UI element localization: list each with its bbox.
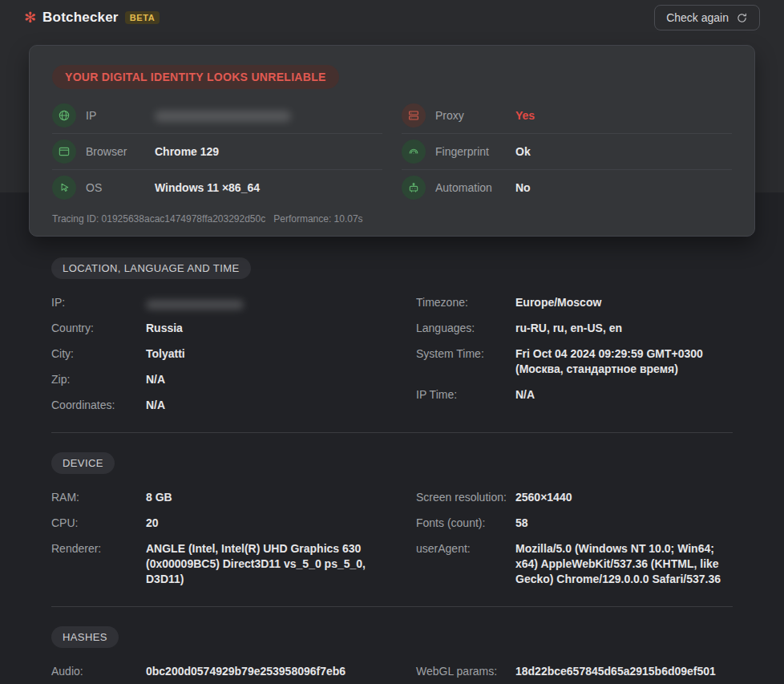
section-title-hashes: HASHES: [51, 626, 119, 648]
section-title-device: DEVICE: [51, 452, 115, 474]
row-fonts-count: Fonts (count): 58: [416, 516, 733, 531]
row-audio-hash: Audio: 0bc200d0574929b79e253958096f7eb6: [51, 664, 368, 679]
value-renderer: ANGLE (Intel, Intel(R) UHD Graphics 630 …: [146, 541, 368, 587]
value-user-agent: Mozilla/5.0 (Windows NT 10.0; Win64; x64…: [515, 541, 733, 587]
summary-row-ip: IP: [52, 97, 382, 133]
row-timezone: Timezone: Europe/Moscow: [416, 295, 733, 310]
summary-row-browser: Browser Chrome 129: [52, 133, 382, 169]
label-audio-hash: Audio:: [51, 664, 146, 679]
summary-grid: IP Browser Chrome 129: [52, 97, 732, 205]
label-ram: RAM:: [51, 490, 146, 505]
summary-label-os: OS: [86, 181, 145, 194]
section-divider: [51, 432, 733, 433]
summary-row-fingerprint: Fingerprint Ok: [402, 133, 732, 169]
cursor-icon: [52, 176, 76, 200]
globe-icon: [52, 103, 76, 127]
summary-label-automation: Automation: [435, 181, 506, 194]
row-zip: Zip: N/A: [51, 372, 368, 387]
value-webgl-params: 18d22bce657845d65a2915b6d09ef501: [515, 664, 716, 679]
section-device: DEVICE RAM: 8 GB CPU: 20 Renderer: ANGLE…: [51, 452, 733, 587]
performance-time: Performance: 10.07s: [273, 213, 362, 225]
brand: ✻ Botchecker BETA: [24, 10, 160, 26]
summary-value-os: Windows 11 ×86_64: [155, 181, 260, 194]
refresh-icon: [736, 12, 748, 24]
summary-right-column: Proxy Yes Fingerprint Ok: [402, 97, 732, 205]
label-languages: Languages:: [416, 321, 515, 336]
summary-row-automation: Automation No: [402, 169, 732, 205]
value-ip-time: N/A: [515, 387, 535, 403]
row-renderer: Renderer: ANGLE (Intel, Intel(R) UHD Gra…: [51, 541, 368, 587]
check-again-label: Check again: [666, 11, 729, 24]
top-bar: ✻ Botchecker BETA Check again: [0, 0, 784, 35]
summary-value-proxy: Yes: [515, 109, 535, 122]
summary-row-os: OS Windows 11 ×86_64: [52, 169, 382, 205]
value-country: Russia: [146, 321, 183, 336]
label-screen-resolution: Screen resolution:: [416, 490, 515, 505]
row-system-time: System Time: Fri Oct 04 2024 09:29:59 GM…: [416, 346, 733, 377]
device-right-column: Screen resolution: 2560×1440 Fonts (coun…: [416, 490, 733, 587]
row-languages: Languages: ru-RU, ru, en-US, en: [416, 321, 733, 336]
value-languages: ru-RU, ru, en-US, en: [515, 321, 622, 336]
summary-left-column: IP Browser Chrome 129: [52, 97, 382, 205]
row-ram: RAM: 8 GB: [51, 490, 368, 505]
summary-label-proxy: Proxy: [435, 109, 506, 122]
value-system-time: Fri Oct 04 2024 09:29:59 GMT+0300 (Москв…: [515, 346, 733, 377]
label-cpu: CPU:: [51, 516, 146, 531]
redacted-ip-value-small: [146, 300, 244, 310]
row-ip: IP:: [51, 295, 368, 310]
value-audio-hash: 0bc200d0574929b79e253958096f7eb6: [146, 664, 346, 679]
check-again-button[interactable]: Check again: [654, 5, 760, 30]
row-screen-resolution: Screen resolution: 2560×1440: [416, 490, 733, 505]
value-coordinates: N/A: [146, 398, 165, 413]
section-location: LOCATION, LANGUAGE AND TIME IP: Country:…: [51, 257, 733, 413]
row-user-agent: userAgent: Mozilla/5.0 (Windows NT 10.0;…: [416, 541, 733, 587]
summary-label-ip: IP: [86, 109, 145, 122]
summary-value-ip: [155, 108, 291, 121]
device-left-column: RAM: 8 GB CPU: 20 Renderer: ANGLE (Intel…: [51, 490, 368, 587]
section-divider: [51, 606, 733, 607]
summary-label-fingerprint: Fingerprint: [435, 145, 506, 158]
label-zip: Zip:: [51, 372, 146, 387]
beta-badge: BETA: [125, 11, 160, 24]
details: LOCATION, LANGUAGE AND TIME IP: Country:…: [51, 257, 733, 684]
label-user-agent: userAgent:: [416, 541, 515, 557]
value-screen-resolution: 2560×1440: [515, 490, 572, 505]
label-webgl-params: WebGL params:: [416, 664, 515, 679]
value-ip: [146, 295, 244, 310]
summary-value-fingerprint: Ok: [515, 145, 531, 158]
value-fonts-count: 58: [515, 516, 528, 531]
value-city: Tolyatti: [146, 346, 185, 362]
tracing-id: Tracing ID: 01925638acac1474978ffa203292…: [52, 213, 265, 225]
tracing-info: Tracing ID: 01925638acac1474978ffa203292…: [52, 213, 732, 226]
redacted-ip-value: [155, 111, 291, 122]
label-country: Country:: [51, 321, 146, 336]
robot-icon: [402, 176, 426, 200]
verdict-badge: YOUR DIGITAL IDENTITY LOOKS UNRELIABLE: [52, 65, 339, 89]
value-ram: 8 GB: [146, 490, 172, 505]
hashes-right-column: WebGL params: 18d22bce657845d65a2915b6d0…: [416, 664, 733, 684]
value-zip: N/A: [146, 372, 165, 387]
location-right-column: Timezone: Europe/Moscow Languages: ru-RU…: [416, 295, 733, 403]
label-renderer: Renderer:: [51, 541, 146, 557]
label-coordinates: Coordinates:: [51, 398, 146, 413]
fingerprint-icon: [402, 140, 426, 164]
summary-label-browser: Browser: [86, 145, 145, 158]
proxy-server-icon: [402, 103, 426, 127]
label-system-time: System Time:: [416, 346, 515, 362]
summary-value-browser: Chrome 129: [155, 145, 219, 158]
summary-row-proxy: Proxy Yes: [402, 97, 732, 133]
hashes-left-column: Audio: 0bc200d0574929b79e253958096f7eb6 …: [51, 664, 368, 684]
summary-card: YOUR DIGITAL IDENTITY LOOKS UNRELIABLE I…: [29, 45, 755, 237]
value-timezone: Europe/Moscow: [515, 295, 601, 310]
botchecker-logo-icon: ✻: [24, 10, 36, 25]
location-left-column: IP: Country: Russia City: Tolyatti Zip: …: [51, 295, 368, 413]
row-country: Country: Russia: [51, 321, 368, 336]
row-ip-time: IP Time: N/A: [416, 387, 733, 403]
label-timezone: Timezone:: [416, 295, 515, 310]
section-hashes: HASHES Audio: 0bc200d0574929b79e25395809…: [51, 626, 733, 684]
browser-icon: [52, 140, 76, 164]
label-ip-time: IP Time:: [416, 387, 515, 403]
value-cpu: 20: [146, 516, 159, 531]
row-coordinates: Coordinates: N/A: [51, 398, 368, 413]
row-cpu: CPU: 20: [51, 516, 368, 531]
